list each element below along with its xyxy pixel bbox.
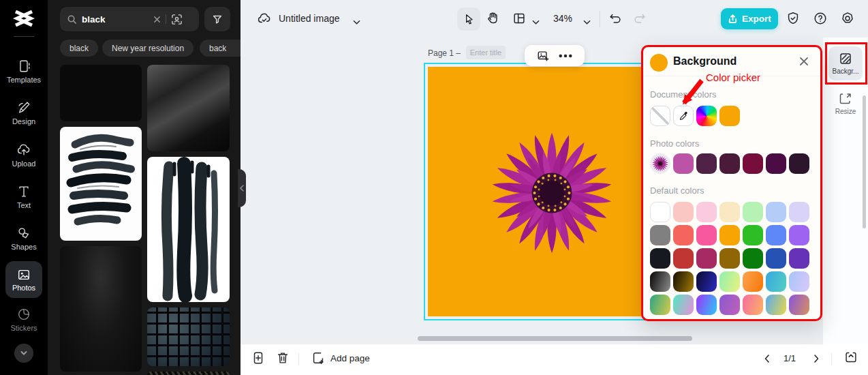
sidebar-item-shapes[interactable]: Shapes: [0, 226, 48, 251]
redo-button[interactable]: [632, 11, 647, 26]
search-chip[interactable]: New year resolution: [102, 40, 193, 57]
color-swatch[interactable]: [719, 248, 740, 269]
color-swatch[interactable]: [766, 153, 786, 174]
delete-page-button[interactable]: [275, 350, 290, 365]
color-swatch[interactable]: [696, 202, 717, 222]
color-swatch[interactable]: [743, 225, 763, 245]
sidebar-item-label: Templates: [7, 76, 41, 84]
color-swatch[interactable]: [719, 225, 740, 245]
sidebar-item-photos[interactable]: Photos: [5, 261, 42, 298]
color-swatch[interactable]: [789, 202, 809, 222]
color-swatch[interactable]: [696, 153, 717, 174]
settings-button[interactable]: [840, 11, 855, 26]
color-swatch[interactable]: [650, 248, 670, 269]
sidebar-item-text[interactable]: Text: [0, 184, 48, 209]
undo-button[interactable]: [608, 11, 623, 26]
photo-result-dark-texture[interactable]: [147, 65, 230, 151]
photo-result-brush-stroke[interactable]: [147, 157, 230, 302]
color-swatch[interactable]: [650, 225, 670, 245]
page-title-input[interactable]: Enter title: [466, 46, 506, 59]
color-swatch[interactable]: [673, 202, 694, 222]
color-swatch[interactable]: [743, 271, 763, 292]
photo-flower-swatch[interactable]: [650, 153, 670, 174]
layout-chevron-icon[interactable]: [532, 16, 540, 28]
color-swatch[interactable]: [766, 295, 786, 315]
layout-tool-button[interactable]: [512, 11, 527, 26]
color-swatch[interactable]: [673, 153, 694, 174]
color-swatch[interactable]: [719, 271, 740, 292]
color-swatch[interactable]: [673, 225, 694, 245]
color-swatch[interactable]: [743, 202, 763, 222]
horizontal-scrollbar[interactable]: [418, 336, 692, 341]
image-search-icon[interactable]: [171, 14, 183, 25]
sidebar-item-templates[interactable]: Templates: [0, 59, 48, 84]
resize-tool-button[interactable]: Resize: [828, 87, 863, 120]
photo-result-black-scribble[interactable]: [60, 127, 142, 241]
color-swatch[interactable]: [696, 225, 717, 245]
filter-button[interactable]: [204, 7, 230, 31]
sidebar-item-design[interactable]: Design: [0, 100, 48, 125]
help-button[interactable]: [813, 11, 828, 26]
photo-result-pattern[interactable]: [147, 372, 230, 375]
color-swatch[interactable]: [719, 202, 740, 222]
no-color-swatch[interactable]: [650, 106, 670, 126]
capcut-logo[interactable]: [11, 6, 37, 31]
color-swatch[interactable]: [789, 271, 809, 292]
color-swatch[interactable]: [719, 295, 740, 315]
color-swatch[interactable]: [789, 248, 809, 269]
right-rail-scrollbar[interactable]: [863, 95, 866, 228]
select-tool-button[interactable]: [457, 7, 480, 31]
color-swatch[interactable]: [696, 295, 717, 315]
panel-collapse-handle[interactable]: [238, 169, 246, 207]
duplicate-page-button[interactable]: [251, 350, 266, 365]
privacy-shield-button[interactable]: [786, 11, 801, 26]
clear-search-icon[interactable]: [153, 16, 161, 23]
color-swatch[interactable]: [743, 248, 763, 269]
color-swatch[interactable]: [696, 248, 717, 269]
page-manager-button[interactable]: [843, 350, 858, 365]
photo-result-black-solid[interactable]: [60, 65, 142, 121]
zoom-chevron-icon[interactable]: [583, 16, 591, 28]
color-swatch[interactable]: [673, 271, 694, 292]
color-swatch[interactable]: [743, 153, 763, 174]
previous-page-button[interactable]: [762, 353, 773, 364]
color-swatch[interactable]: [789, 225, 809, 245]
background-tool-button[interactable]: Backgr...: [828, 46, 863, 80]
color-swatch[interactable]: [789, 153, 809, 174]
color-swatch[interactable]: [766, 248, 786, 269]
sidebar-item-upload[interactable]: Upload: [0, 142, 48, 168]
title-menu-chevron-icon[interactable]: [353, 16, 360, 28]
color-swatch[interactable]: [650, 202, 670, 222]
zoom-level[interactable]: 34%: [553, 13, 572, 24]
flower-image[interactable]: [485, 126, 619, 260]
more-options-icon[interactable]: [559, 54, 572, 58]
color-swatch[interactable]: [766, 225, 786, 245]
document-title[interactable]: Untitled image: [279, 13, 340, 24]
photo-result-mosaic-tiles[interactable]: [147, 308, 230, 366]
color-swatch[interactable]: [650, 295, 670, 315]
color-swatch[interactable]: [719, 153, 740, 174]
color-swatch[interactable]: [766, 202, 786, 222]
color-swatch[interactable]: [696, 271, 717, 292]
add-page-button[interactable]: Add page: [311, 350, 370, 365]
next-page-button[interactable]: [811, 353, 822, 364]
add-image-icon[interactable]: [537, 50, 549, 62]
search-chip[interactable]: back: [200, 40, 241, 57]
color-swatch[interactable]: [743, 295, 763, 315]
color-swatch[interactable]: [673, 295, 694, 315]
sidebar-item-stickers[interactable]: Stickers: [0, 307, 48, 332]
color-swatch[interactable]: [650, 271, 670, 292]
search-box[interactable]: [60, 7, 199, 31]
color-swatch[interactable]: [719, 106, 740, 126]
color-swatch[interactable]: [673, 248, 694, 269]
search-input[interactable]: [82, 14, 149, 25]
close-panel-button[interactable]: [799, 56, 809, 70]
cloud-save-icon[interactable]: [257, 12, 272, 27]
photo-result-leather-texture[interactable]: [60, 246, 142, 372]
export-button[interactable]: Export: [721, 8, 778, 29]
color-swatch[interactable]: [766, 271, 786, 292]
rail-collapse-button[interactable]: [14, 344, 33, 363]
color-swatch[interactable]: [789, 295, 809, 315]
search-chip[interactable]: black: [60, 40, 98, 57]
hand-tool-button[interactable]: [486, 11, 501, 26]
